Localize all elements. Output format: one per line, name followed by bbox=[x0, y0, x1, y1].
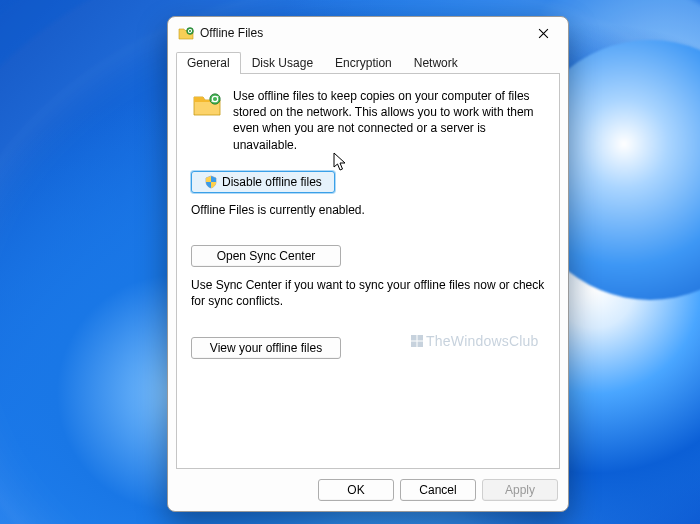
apply-button: Apply bbox=[482, 479, 558, 501]
tab-label: General bbox=[187, 56, 230, 70]
window-title: Offline Files bbox=[200, 26, 520, 40]
button-label: OK bbox=[347, 483, 364, 497]
disable-offline-files-button[interactable]: Disable offline files bbox=[191, 171, 335, 193]
tab-label: Disk Usage bbox=[252, 56, 313, 70]
button-label: Open Sync Center bbox=[217, 249, 316, 263]
offline-files-dialog: Offline Files General Disk Usage Encrypt… bbox=[167, 16, 569, 512]
description-text: Use offline files to keep copies on your… bbox=[233, 88, 545, 153]
button-label: Disable offline files bbox=[222, 175, 322, 189]
tab-general[interactable]: General bbox=[176, 52, 241, 74]
tab-disk-usage[interactable]: Disk Usage bbox=[241, 52, 324, 74]
tab-label: Network bbox=[414, 56, 458, 70]
close-icon bbox=[538, 28, 549, 39]
title-bar: Offline Files bbox=[168, 17, 568, 49]
info-row: Use offline files to keep copies on your… bbox=[191, 88, 545, 153]
sync-center-help-text: Use Sync Center if you want to sync your… bbox=[191, 277, 545, 309]
close-button[interactable] bbox=[520, 18, 566, 48]
svg-point-1 bbox=[210, 94, 220, 104]
uac-shield-icon bbox=[204, 175, 218, 189]
tab-panel-general: Use offline files to keep copies on your… bbox=[176, 73, 560, 469]
view-offline-files-button[interactable]: View your offline files bbox=[191, 337, 341, 359]
button-label: View your offline files bbox=[210, 341, 322, 355]
tab-label: Encryption bbox=[335, 56, 392, 70]
dialog-footer: OK Cancel Apply bbox=[168, 473, 568, 511]
svg-point-0 bbox=[187, 28, 194, 35]
button-label: Cancel bbox=[419, 483, 456, 497]
offline-files-app-icon bbox=[178, 25, 194, 41]
status-text: Offline Files is currently enabled. bbox=[191, 203, 545, 217]
open-sync-center-button[interactable]: Open Sync Center bbox=[191, 245, 341, 267]
offline-files-folder-icon bbox=[191, 88, 223, 120]
cancel-button[interactable]: Cancel bbox=[400, 479, 476, 501]
tab-network[interactable]: Network bbox=[403, 52, 469, 74]
mouse-cursor-icon bbox=[333, 152, 351, 174]
button-label: Apply bbox=[505, 483, 535, 497]
tab-bar: General Disk Usage Encryption Network bbox=[168, 51, 568, 73]
ok-button[interactable]: OK bbox=[318, 479, 394, 501]
tab-encryption[interactable]: Encryption bbox=[324, 52, 403, 74]
